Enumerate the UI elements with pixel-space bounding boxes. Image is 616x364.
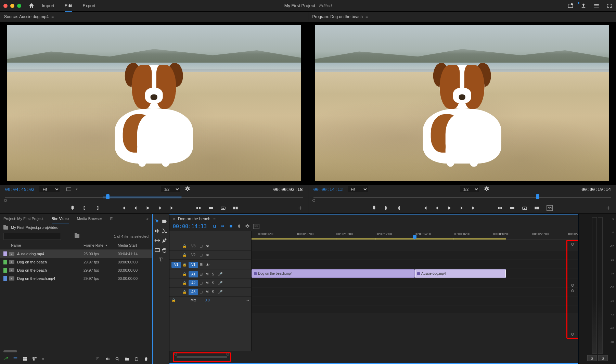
new-bin-icon[interactable] <box>125 356 129 361</box>
source-panel-menu-icon[interactable]: ≡ <box>51 14 54 19</box>
solo-left-button[interactable]: S <box>587 355 597 361</box>
ripple-edit-tool[interactable] <box>154 228 161 234</box>
toggle-output-icon[interactable]: 👁 <box>206 253 210 257</box>
track-label[interactable]: A1 <box>189 271 198 277</box>
source-res-dropdown-icon[interactable]: ▾ <box>76 187 78 191</box>
lock-icon[interactable]: 🔒 <box>182 244 187 248</box>
v-zoom-handle-top[interactable] <box>571 243 574 246</box>
project-tab-e[interactable]: E <box>110 217 113 221</box>
clip-fx-icon[interactable] <box>254 272 257 275</box>
delete-icon[interactable] <box>144 356 149 361</box>
column-frame-rate[interactable]: Frame Rate▲ <box>84 243 118 247</box>
share-icon[interactable] <box>580 3 587 9</box>
timeline-menu-icon[interactable]: ≡ <box>213 217 216 221</box>
fullscreen-icon[interactable] <box>606 3 613 9</box>
source-timecode-left[interactable]: 00:04:45:02 <box>5 187 35 192</box>
step-forward-icon[interactable] <box>157 205 163 211</box>
sequence-close-icon[interactable]: × <box>173 217 175 221</box>
linked-selection-icon[interactable] <box>220 224 225 229</box>
track-label[interactable]: A2 <box>189 280 198 286</box>
rectangle-tool[interactable] <box>154 247 161 254</box>
source-fit-select[interactable]: Fit <box>39 186 60 192</box>
playhead-handle[interactable] <box>413 235 416 239</box>
track-header-a1[interactable]: 🔒 A1 ⊟ M S 🎤 <box>169 270 251 279</box>
program-timecode-left[interactable]: 00:00:14:13 <box>313 187 343 192</box>
sync-lock-icon[interactable]: ⊟ <box>200 262 204 267</box>
project-path-text[interactable]: My First Project.prproj\Video <box>11 225 59 230</box>
home-button[interactable] <box>28 2 35 9</box>
sync-lock-icon[interactable]: ⊟ <box>200 272 204 276</box>
extract-icon[interactable] <box>510 205 515 211</box>
mark-in-icon[interactable] <box>384 205 389 211</box>
sync-lock-icon[interactable]: ⊟ <box>200 253 204 257</box>
source-patch[interactable] <box>171 289 181 295</box>
step-forward-icon[interactable] <box>459 205 464 211</box>
mark-out-icon[interactable] <box>396 205 401 211</box>
type-tool[interactable]: T <box>157 256 164 263</box>
audio-meter-bars[interactable]: 0-6-12-18-24-30-36-42-48dB <box>580 217 615 354</box>
project-tabs-overflow-icon[interactable]: » <box>146 217 149 221</box>
program-monitor-video[interactable] <box>308 22 616 185</box>
slip-tool[interactable] <box>154 237 161 244</box>
project-tab-project[interactable]: Project: My First Project <box>3 217 43 221</box>
export-frame-icon[interactable] <box>220 205 226 211</box>
insert-icon[interactable] <box>196 205 201 211</box>
program-settings-icon[interactable] <box>484 186 489 192</box>
workspace-tab-edit[interactable]: Edit <box>65 3 72 12</box>
snap-icon[interactable] <box>212 224 217 229</box>
button-editor-icon[interactable] <box>605 205 611 211</box>
track-header-v1[interactable]: V1 🔒 V1 ⊟ 👁 <box>169 260 251 270</box>
solo-button[interactable]: S <box>212 281 217 285</box>
track-header-a3[interactable]: 🔒 A3 ⊟ M S 🎤 <box>169 288 251 297</box>
lock-icon[interactable]: 🔒 <box>182 263 187 266</box>
project-item[interactable]: ≡ Dog on the beach 29.97 fps 00:00:00:00 <box>0 258 152 266</box>
voice-over-icon[interactable]: 🎤 <box>218 281 223 285</box>
h-zoom-handle-right[interactable] <box>227 353 229 355</box>
track-header-a2[interactable]: 🔒 A2 ⊟ M S 🎤 <box>169 279 251 288</box>
go-to-in-icon[interactable] <box>120 205 126 211</box>
solo-button[interactable]: S <box>212 272 217 276</box>
solo-button[interactable]: S <box>212 290 217 294</box>
column-media-start[interactable]: Media Start <box>118 243 149 247</box>
project-item[interactable]: ≡ Dog on the beach 29.97 fps 00:00:00:00 <box>0 266 152 274</box>
new-item-icon[interactable] <box>134 356 139 361</box>
add-marker-icon[interactable] <box>371 205 377 211</box>
zoom-slider-icon[interactable]: ○ <box>42 356 47 361</box>
source-scrubber[interactable] <box>0 194 308 203</box>
lift-icon[interactable] <box>497 205 503 211</box>
workspace-tab-import[interactable]: Import <box>42 3 54 9</box>
voice-over-icon[interactable]: 🎤 <box>218 272 223 276</box>
program-scale-select[interactable]: 1/2 <box>460 186 479 192</box>
sort-icon[interactable] <box>96 356 101 361</box>
overwrite-icon[interactable] <box>208 205 214 211</box>
list-view-icon[interactable] <box>13 356 18 361</box>
go-to-in-icon[interactable] <box>422 205 427 211</box>
mute-button[interactable]: M <box>206 272 210 276</box>
source-patch[interactable] <box>171 271 181 277</box>
source-monitor-video[interactable] <box>0 22 308 185</box>
work-area-bar[interactable] <box>252 238 506 239</box>
workspace-menu-icon[interactable] <box>593 3 600 9</box>
step-back-icon[interactable] <box>133 205 138 211</box>
add-marker-icon[interactable] <box>70 205 75 211</box>
lock-icon[interactable]: 🔒 <box>182 253 187 257</box>
timeline-marker-icon[interactable] <box>237 224 242 229</box>
program-fit-select[interactable]: Fit <box>348 186 368 192</box>
play-icon[interactable] <box>447 205 452 211</box>
source-patch[interactable] <box>171 243 181 249</box>
source-patch[interactable] <box>171 252 181 258</box>
write-target-icon[interactable] <box>3 356 8 361</box>
project-item[interactable]: ▸ Aussie dog.mp4 25.00 fps 00:04:41:14 <box>0 250 152 258</box>
button-editor-icon[interactable] <box>297 205 303 211</box>
project-tab-media-browser[interactable]: Media Browser <box>77 217 102 221</box>
v-zoom-handle-mid2[interactable] <box>571 289 574 292</box>
source-settings-icon[interactable] <box>185 186 190 192</box>
comparison-view-icon[interactable] <box>233 205 238 211</box>
mute-button[interactable]: M <box>206 281 210 285</box>
track-header-v2[interactable]: 🔒 V2 ⊟ 👁 <box>169 251 251 260</box>
icon-view-icon[interactable] <box>23 356 27 361</box>
go-to-out-icon[interactable] <box>471 205 477 211</box>
program-panel-menu-icon[interactable]: ≡ <box>365 14 368 19</box>
track-header-v3[interactable]: 🔒 V3 ⊟ 👁 <box>169 242 251 251</box>
track-select-tool[interactable] <box>161 218 168 225</box>
